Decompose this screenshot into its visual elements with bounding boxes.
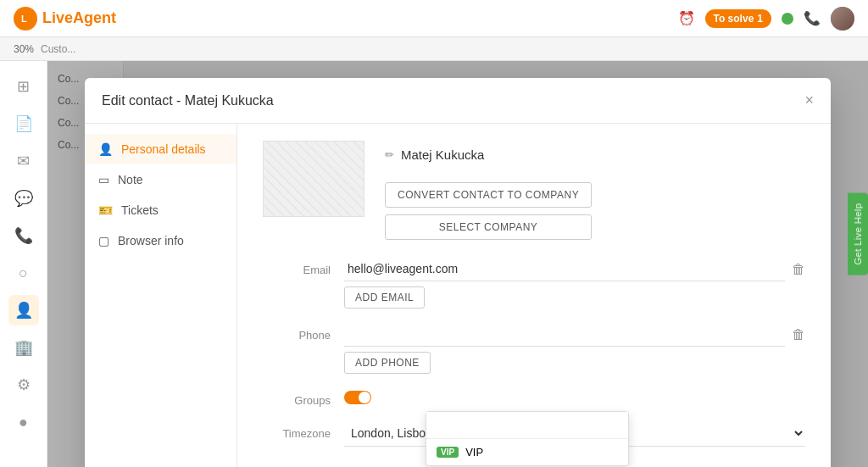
contact-name: Matej Kukucka bbox=[401, 147, 484, 162]
delete-email-icon[interactable]: 🗑 bbox=[792, 262, 805, 277]
content-area: Co... Co... Co... Co... Edit contact - M… bbox=[47, 61, 868, 467]
sidebar-icon-contacts[interactable]: 👤 bbox=[8, 295, 39, 325]
groups-container: VIP VIP bbox=[344, 391, 371, 404]
timezone-label: Timezone bbox=[263, 420, 331, 440]
sidebar-icon-doc[interactable]: 📄 bbox=[8, 108, 39, 139]
topbar-right: ⏰ To solve 1 📞 bbox=[678, 7, 854, 31]
sidebar: ⊞ 📄 ✉ 💬 📞 ○ 👤 🏢 ⚙ ● bbox=[0, 61, 47, 467]
contact-actions: ✏ Matej Kukucka CONVERT CONTACT TO COMPA… bbox=[385, 141, 592, 240]
sidebar-icon-building[interactable]: 🏢 bbox=[8, 332, 39, 363]
browser-icon: ▢ bbox=[98, 234, 109, 247]
convert-contact-button[interactable]: CONVERT CONTACT TO COMPANY bbox=[385, 182, 592, 208]
to-solve-count: 1 bbox=[757, 13, 763, 25]
breadcrumb: Custo... bbox=[41, 43, 75, 55]
nav-label-personal: Personal details bbox=[121, 142, 206, 156]
groups-label: Groups bbox=[263, 387, 331, 407]
svg-text:L: L bbox=[21, 14, 27, 24]
groups-search-input[interactable] bbox=[426, 412, 628, 439]
select-company-button[interactable]: SELECT COMPANY bbox=[385, 214, 592, 240]
modal-nav: 👤 Personal details ▭ Note 🎫 Tickets bbox=[85, 124, 237, 467]
modal-body: 👤 Personal details ▭ Note 🎫 Tickets bbox=[85, 124, 831, 467]
avatar-section: ✏ Matej Kukucka CONVERT CONTACT TO COMPA… bbox=[263, 141, 805, 240]
live-help-button[interactable]: Get Live Help bbox=[848, 192, 868, 275]
nav-item-tickets[interactable]: 🎫 Tickets bbox=[85, 195, 236, 225]
language-label: Language bbox=[263, 460, 331, 467]
sidebar-icon-settings[interactable]: ⚙ bbox=[8, 370, 39, 400]
progress-bar: 30% Custo... bbox=[0, 37, 868, 61]
nav-label-browser: Browser info bbox=[118, 234, 184, 247]
sidebar-icon-plugin[interactable]: ● bbox=[8, 407, 39, 437]
logo-icon: L bbox=[14, 7, 37, 31]
avatar-placeholder bbox=[264, 142, 364, 216]
modal-overlay: Edit contact - Matej Kukucka × 👤 Persona… bbox=[47, 61, 868, 467]
modal-close-button[interactable]: × bbox=[804, 92, 814, 109]
contact-name-row: ✏ Matej Kukucka bbox=[385, 147, 592, 162]
vip-badge: VIP bbox=[437, 447, 459, 458]
groups-dropdown: VIP VIP bbox=[426, 411, 629, 466]
edit-pencil-icon: ✏ bbox=[385, 148, 394, 161]
vip-label: VIP bbox=[465, 446, 483, 459]
sidebar-icon-grid[interactable]: ⊞ bbox=[8, 71, 39, 102]
phone-label: Phone bbox=[263, 322, 331, 342]
dropdown-item-vip[interactable]: VIP VIP bbox=[426, 439, 628, 465]
sidebar-icon-mail[interactable]: ✉ bbox=[8, 146, 39, 176]
modal-header: Edit contact - Matej Kukucka × bbox=[85, 78, 831, 124]
delete-phone-icon[interactable]: 🗑 bbox=[792, 327, 805, 342]
sidebar-icon-phone[interactable]: 📞 bbox=[8, 220, 39, 251]
sidebar-icon-circle[interactable]: ○ bbox=[8, 258, 39, 288]
contact-avatar bbox=[263, 141, 364, 217]
logo-text: LiveAgent bbox=[42, 9, 116, 27]
phone-field-container: 🗑 ADD PHONE bbox=[344, 322, 805, 374]
nav-item-personal-details[interactable]: 👤 Personal details bbox=[85, 134, 236, 164]
phone-input-row: 🗑 bbox=[344, 322, 805, 347]
email-label: Email bbox=[263, 257, 331, 276]
modal-main-content: ✏ Matej Kukucka CONVERT CONTACT TO COMPA… bbox=[237, 124, 831, 467]
email-field-container: 🗑 ADD EMAIL bbox=[344, 257, 805, 309]
clock-icon[interactable]: ⏰ bbox=[678, 10, 695, 26]
nav-label-note: Note bbox=[118, 173, 143, 186]
avatar[interactable] bbox=[831, 7, 854, 31]
to-solve-badge[interactable]: To solve 1 bbox=[705, 9, 771, 28]
main-layout: ⊞ 📄 ✉ 💬 📞 ○ 👤 🏢 ⚙ ● Co... Co... Co... Co… bbox=[0, 61, 868, 467]
nav-label-tickets: Tickets bbox=[121, 203, 159, 217]
edit-contact-modal: Edit contact - Matej Kukucka × 👤 Persona… bbox=[85, 78, 831, 467]
logo: L LiveAgent bbox=[14, 7, 116, 31]
add-phone-button[interactable]: ADD PHONE bbox=[344, 352, 431, 374]
modal-title: Edit contact - Matej Kukucka bbox=[102, 93, 274, 108]
nav-item-note[interactable]: ▭ Note bbox=[85, 164, 236, 195]
to-solve-label: To solve bbox=[714, 13, 754, 25]
email-input-row: 🗑 bbox=[344, 257, 805, 281]
phone-row: Phone 🗑 ADD PHONE bbox=[263, 322, 805, 374]
phone-icon[interactable]: 📞 bbox=[804, 10, 821, 26]
sidebar-icon-chat[interactable]: 💬 bbox=[8, 183, 39, 214]
nav-item-browser-info[interactable]: ▢ Browser info bbox=[85, 225, 236, 256]
tickets-icon: 🎫 bbox=[98, 203, 113, 217]
add-email-button[interactable]: ADD EMAIL bbox=[344, 286, 425, 309]
personal-icon: 👤 bbox=[98, 142, 113, 156]
email-input[interactable] bbox=[344, 257, 785, 281]
status-indicator bbox=[782, 13, 793, 25]
groups-row: Groups VIP VIP bbox=[263, 387, 805, 407]
note-icon: ▭ bbox=[98, 173, 109, 186]
phone-input[interactable] bbox=[344, 322, 785, 347]
groups-toggle[interactable] bbox=[344, 391, 371, 404]
email-row: Email 🗑 ADD EMAIL bbox=[263, 257, 805, 309]
topbar: L LiveAgent ⏰ To solve 1 📞 bbox=[0, 0, 868, 37]
toggle-knob bbox=[359, 392, 370, 403]
progress-percent: 30% bbox=[14, 43, 34, 55]
